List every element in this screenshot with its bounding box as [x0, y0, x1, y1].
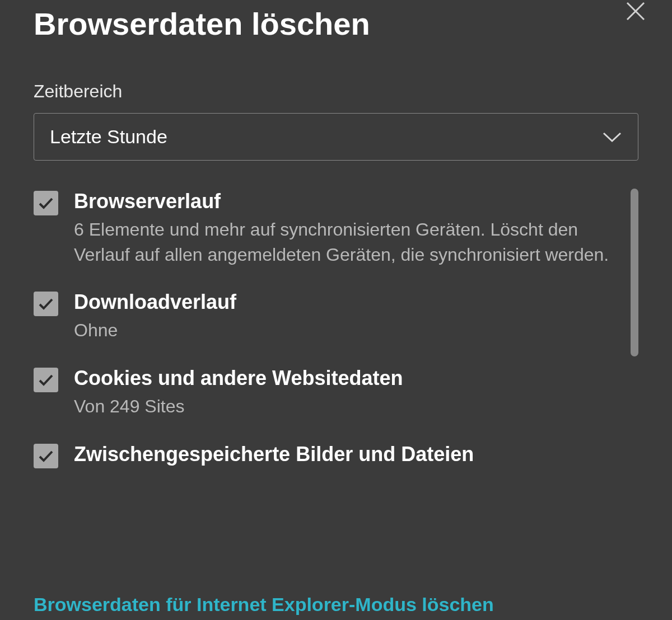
option-desc: Von 249 Sites [74, 394, 616, 419]
checkmark-icon [37, 371, 55, 389]
close-button[interactable] [624, 0, 647, 25]
option-desc: 6 Elemente und mehr auf synchronisierten… [74, 217, 616, 267]
checkbox-browsing-history[interactable] [34, 191, 58, 215]
option-title: Browserverlauf [74, 189, 616, 215]
option-title: Cookies und andere Websitedaten [74, 365, 616, 392]
time-range-select[interactable]: Letzte Stunde [34, 113, 638, 161]
checkbox-download-history[interactable] [34, 292, 58, 316]
close-icon [624, 0, 647, 22]
option-text: Cookies und andere Websitedaten Von 249 … [74, 365, 616, 419]
option-download-history: Downloadverlauf Ohne [34, 289, 616, 343]
option-desc: Ohne [74, 318, 616, 343]
time-range-value: Letzte Stunde [50, 126, 167, 148]
scrollbar-thumb[interactable] [631, 189, 638, 356]
dialog-title: Browserdaten löschen [34, 6, 638, 42]
checkmark-icon [37, 194, 55, 212]
time-range-label: Zeitbereich [34, 81, 638, 102]
ie-mode-link[interactable]: Browserdaten für Internet Explorer-Modus… [34, 594, 494, 616]
option-text: Downloadverlauf Ohne [74, 289, 616, 343]
option-title: Downloadverlauf [74, 289, 616, 316]
chevron-down-icon [602, 131, 622, 143]
checkmark-icon [37, 447, 55, 465]
option-title: Zwischengespeicherte Bilder und Dateien [74, 441, 616, 468]
clear-browsing-data-dialog: Browserdaten löschen Zeitbereich Letzte … [0, 6, 672, 469]
option-cookies: Cookies und andere Websitedaten Von 249 … [34, 365, 616, 419]
checkmark-icon [37, 295, 55, 313]
option-text: Browserverlauf 6 Elemente und mehr auf s… [74, 189, 616, 267]
option-cached-images: Zwischengespeicherte Bilder und Dateien [34, 441, 616, 470]
checkbox-cookies[interactable] [34, 368, 58, 392]
options-list: Browserverlauf 6 Elemente und mehr auf s… [34, 189, 638, 469]
option-browsing-history: Browserverlauf 6 Elemente und mehr auf s… [34, 189, 616, 267]
checkbox-cached-images[interactable] [34, 444, 58, 468]
option-text: Zwischengespeicherte Bilder und Dateien [74, 441, 616, 470]
